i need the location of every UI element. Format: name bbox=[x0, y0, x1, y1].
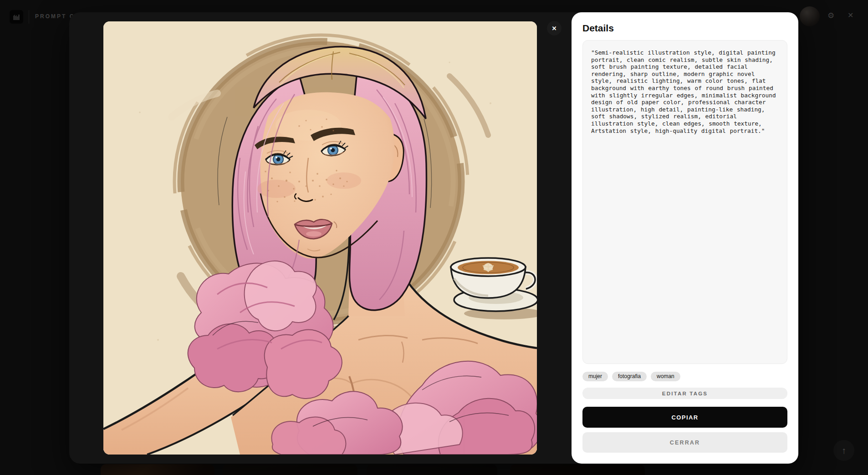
prompt-text: "Semi-realistic illustration style, digi… bbox=[591, 49, 779, 134]
details-panel: Details "Semi-realistic illustration sty… bbox=[572, 12, 798, 464]
tag-pill[interactable]: fotografia bbox=[612, 372, 647, 381]
close-button[interactable]: CERRAR bbox=[582, 432, 787, 453]
close-icon: ✕ bbox=[552, 25, 557, 32]
tag-pill[interactable]: mujer bbox=[582, 372, 608, 381]
screen: PROMPT CO ⚙ ✕ ↑ bbox=[0, 0, 868, 475]
edit-tags-button[interactable]: EDITAR TAGS bbox=[582, 388, 787, 399]
tag-pill[interactable]: woman bbox=[651, 372, 680, 381]
modal-close-button[interactable]: ✕ bbox=[547, 21, 562, 35]
prompt-box[interactable]: "Semi-realistic illustration style, digi… bbox=[582, 40, 787, 364]
copy-button[interactable]: COPIAR bbox=[582, 407, 787, 428]
details-modal: ✕ Details "Semi-realistic illustration s… bbox=[69, 12, 798, 464]
panel-title: Details bbox=[582, 22, 787, 34]
portrait-illustration-svg bbox=[103, 21, 537, 455]
tag-list: mujer fotografia woman bbox=[582, 372, 787, 381]
portrait-illustration bbox=[103, 21, 537, 455]
